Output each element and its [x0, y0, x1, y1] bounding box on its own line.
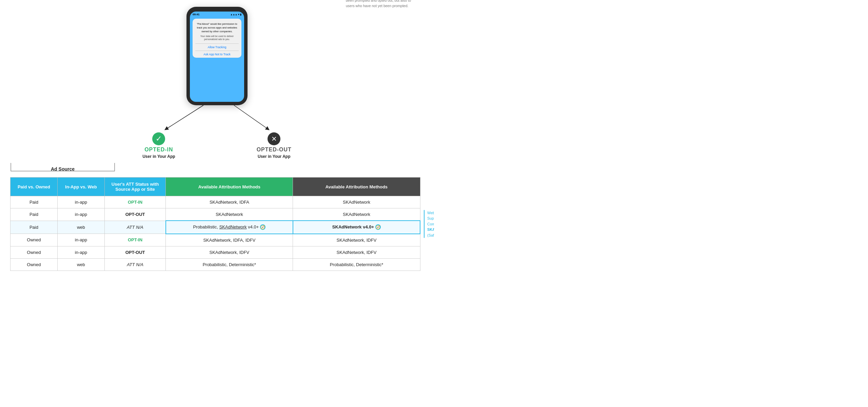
cell-paid-owned: Paid	[11, 196, 58, 208]
cell-inapp-web: in-app	[57, 196, 104, 208]
cell-att-status: OPT-OUT	[104, 246, 166, 258]
cell-att-status: OPT-IN	[104, 196, 166, 208]
opted-out-label: OPTED-OUT	[257, 147, 292, 153]
compass-icon-optout	[375, 224, 381, 230]
arrow-svg	[98, 102, 336, 132]
badges-row: ✓ OPTED-IN User in Your App ✕ OPTED-OUT …	[142, 132, 292, 159]
opted-out-icon: ✕	[268, 132, 280, 145]
opted-out-sublabel: User in Your App	[258, 154, 290, 159]
cell-inapp-web: web	[57, 258, 104, 271]
table-row: Paidin-appOPT-INSKAdNetwork, IDFASKAdNet…	[11, 196, 420, 208]
opted-in-badge: ✓ OPTED-IN User in Your App	[142, 132, 175, 159]
table-row: Ownedin-appOPT-INSKAdNetwork, IDFA, IDFV…	[11, 234, 420, 246]
opted-in-label: OPTED-IN	[144, 147, 173, 153]
opted-out-badge: ✕ OPTED-OUT User in Your App	[257, 132, 292, 159]
wifi-icon: ▾	[238, 13, 239, 16]
side-note: Web-to-App Support Coming with SKAdNetwo…	[424, 210, 434, 238]
table-header-row: Paid vs. Owned In-App vs. Web User's ATT…	[11, 178, 420, 196]
table-row: PaidwebATT N/AProbabilistic, SKAdNetwork…	[11, 221, 420, 234]
att-ask-btn[interactable]: Ask App Not to Track	[195, 51, 239, 58]
cell-paid-owned: Owned	[11, 234, 58, 246]
cell-inapp-web: in-app	[57, 234, 104, 246]
att-dialog-subtitle: Your data will be used to deliver person…	[195, 35, 239, 41]
th-optin-methods: Available Attribution Methods	[166, 178, 293, 196]
cell-optout-methods: SKAdNetwork, IDFV	[293, 246, 420, 258]
phone-and-badges: Please note that ATT opt-out is equivale…	[10, 7, 424, 159]
top-area: Please note that ATT opt-out is equivale…	[10, 7, 424, 159]
cell-optin-methods: SKAdNetwork, IDFA, IDFV	[166, 234, 293, 246]
phone-mockup: 09:41 ▲▲▲ ▾ ▮ "Pal About" would like per…	[186, 7, 248, 105]
cell-paid-owned: Owned	[11, 246, 58, 258]
cell-optin-methods: SKAdNetwork	[166, 208, 293, 221]
svg-line-0	[166, 105, 203, 129]
cell-inapp-web: in-app	[57, 208, 104, 221]
cell-att-status: OPT-IN	[104, 234, 166, 246]
cell-optout-methods: Probabilistic, Deterministic*	[293, 258, 420, 271]
table-row: Paidin-appOPT-OUTSKAdNetworkSKAdNetwork	[11, 208, 420, 221]
svg-line-1	[234, 105, 268, 129]
phone-screen: 09:41 ▲▲▲ ▾ ▮ "Pal About" would like per…	[190, 12, 244, 102]
cell-att-status: ATT N/A	[104, 221, 166, 234]
opted-in-sublabel: User in Your App	[142, 154, 175, 159]
table-outer: Paid vs. Owned In-App vs. Web User's ATT…	[10, 177, 420, 271]
table-row: OwnedwebATT N/AProbabilistic, Determinis…	[11, 258, 420, 271]
cell-optout-methods: SKAdNetwork	[293, 196, 420, 208]
cell-inapp-web: in-app	[57, 246, 104, 258]
cell-optin-methods: SKAdNetwork, IDFA	[166, 196, 293, 208]
signal-icon: ▲▲▲	[230, 13, 237, 16]
cell-optin-methods: Probabilistic, SKAdNetwork v4.0+	[166, 221, 293, 234]
att-dialog: "Pal About" would like permission to tra…	[193, 19, 241, 58]
side-note-version: SKAdNetwork v4.0.	[427, 227, 434, 232]
cell-optout-methods: SKAdNetwork	[293, 208, 420, 221]
cell-att-status: OPT-OUT	[104, 208, 166, 221]
ad-source-label: Ad Source	[51, 166, 75, 172]
th-inapp-web: In-App vs. Web	[57, 178, 104, 196]
note-text: Please note that ATT opt-out is equivale…	[346, 0, 414, 8]
cell-optout-methods: SKAdNetwork, IDFV	[293, 234, 420, 246]
attribution-table: Paid vs. Owned In-App vs. Web User's ATT…	[10, 177, 420, 271]
th-paid-owned: Paid vs. Owned	[11, 178, 58, 196]
table-row: Ownedin-appOPT-OUTSKAdNetwork, IDFVSKAdN…	[11, 246, 420, 258]
th-optout-methods: Available Attribution Methods	[293, 178, 420, 196]
att-allow-btn[interactable]: Allow Tracking	[195, 43, 239, 51]
ad-source-area: Ad Source	[10, 162, 424, 177]
phone-notch	[207, 7, 227, 12]
opted-in-icon: ✓	[152, 132, 165, 145]
cell-paid-owned: Paid	[11, 221, 58, 234]
cell-inapp-web: web	[57, 221, 104, 234]
phone-status-icons: ▲▲▲ ▾ ▮	[230, 13, 241, 16]
att-dialog-title: "Pal About" would like permission to tra…	[195, 22, 239, 33]
th-att-status: User's ATT Status with Source App or Sit…	[104, 178, 166, 196]
cell-paid-owned: Paid	[11, 208, 58, 221]
cell-optin-methods: Probabilistic, Deterministic*	[166, 258, 293, 271]
phone-status-bar: 09:41 ▲▲▲ ▾ ▮	[190, 12, 244, 17]
compass-icon	[260, 224, 265, 230]
cell-optin-methods: SKAdNetwork, IDFV	[166, 246, 293, 258]
cell-att-status: ATT N/A	[104, 258, 166, 271]
phone-time: 09:41	[193, 13, 199, 16]
cell-paid-owned: Owned	[11, 258, 58, 271]
cell-optout-methods: SKAdNetwork v4.0+	[293, 221, 420, 234]
battery-icon: ▮	[240, 13, 241, 16]
